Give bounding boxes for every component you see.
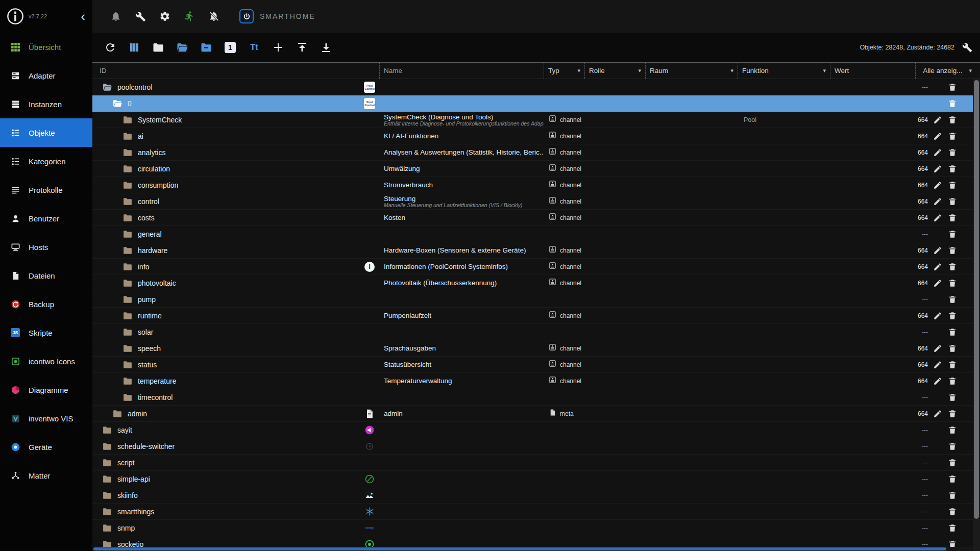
expand-visible-button[interactable]: [200, 41, 213, 54]
edit-object-button[interactable]: [933, 343, 943, 354]
folder-icon[interactable]: [122, 245, 134, 256]
delete-object-button[interactable]: [947, 392, 958, 403]
delete-object-button[interactable]: [947, 409, 958, 419]
object-row-ai[interactable]: ai KI / AI-Funktionen channel 664: [92, 128, 973, 144]
object-row-general[interactable]: general ---: [92, 226, 973, 242]
folder-icon[interactable]: [122, 376, 134, 386]
folder-icon[interactable]: [122, 278, 134, 288]
edit-object-button[interactable]: [933, 196, 943, 207]
notifications-off-icon[interactable]: [208, 10, 220, 22]
sidebar-item-diagramme[interactable]: Diagramme: [0, 375, 92, 404]
folder-icon[interactable]: [122, 311, 134, 321]
folder-icon[interactable]: [102, 507, 113, 517]
object-row-costs[interactable]: costs Kosten channel 664: [92, 210, 973, 226]
delete-object-button[interactable]: [947, 441, 958, 452]
object-row-systemcheck[interactable]: SystemCheck SystemCheck (Diagnose und To…: [92, 112, 973, 128]
system-status-runner-icon[interactable]: [183, 10, 195, 22]
sidebar-item-objekte[interactable]: Objekte: [0, 118, 92, 147]
expand-depth-1-button[interactable]: 1: [224, 41, 237, 54]
object-row-pump[interactable]: pump ---: [92, 291, 973, 308]
object-row-admin[interactable]: admin admin meta 664: [92, 406, 973, 422]
edit-object-button[interactable]: [933, 213, 943, 223]
edit-object-button[interactable]: [933, 115, 943, 125]
import-objects-button[interactable]: [320, 41, 333, 54]
show-all-filter-dropdown[interactable]: Alle anzeig...▾: [915, 63, 972, 79]
object-row-hardware[interactable]: hardware Hardware-Boxen (Sensoren & exte…: [92, 242, 973, 259]
folder-icon[interactable]: [122, 229, 134, 239]
delete-object-button[interactable]: [947, 147, 958, 158]
sidebar-item-protokolle[interactable]: Protokolle: [0, 176, 92, 204]
delete-object-button[interactable]: [947, 474, 958, 484]
object-row-control[interactable]: control Steuerung Manuelle Steuerung und…: [92, 193, 973, 210]
delete-object-button[interactable]: [947, 98, 958, 109]
edit-object-button[interactable]: [933, 164, 943, 174]
folder-icon[interactable]: [122, 327, 134, 337]
edit-object-button[interactable]: [933, 131, 943, 141]
column-header-raum-filter[interactable]: Raum▾: [645, 63, 738, 79]
object-row-temperature[interactable]: temperature Temperaturverwaltung channel…: [92, 373, 973, 389]
delete-object-button[interactable]: [947, 131, 958, 141]
delete-object-button[interactable]: [947, 82, 958, 92]
sidebar-item-skripte[interactable]: JS Skripte: [0, 318, 92, 347]
sidebar-item-benutzer[interactable]: Benutzer: [0, 204, 92, 233]
column-header-id[interactable]: ID: [92, 63, 379, 79]
object-row-simple-api[interactable]: simple-api ---: [92, 471, 973, 487]
delete-object-button[interactable]: [947, 311, 958, 321]
folder-icon[interactable]: [102, 458, 113, 468]
delete-object-button[interactable]: [947, 523, 958, 533]
add-object-button[interactable]: [272, 41, 285, 54]
refresh-button[interactable]: [104, 41, 117, 54]
export-objects-button[interactable]: [296, 41, 309, 54]
folder-icon[interactable]: [102, 490, 113, 500]
object-row-speech[interactable]: speech Sprachausgaben channel 664: [92, 340, 973, 357]
sidebar-item-geräte[interactable]: Geräte: [0, 433, 92, 461]
object-row-analytics[interactable]: analytics Analysen & Auswertungen (Stati…: [92, 144, 973, 161]
folder-icon[interactable]: [102, 441, 113, 452]
folder-icon[interactable]: [122, 294, 134, 305]
sidebar-item-adapter[interactable]: Adapter: [0, 61, 92, 90]
folder-icon[interactable]: [122, 343, 134, 354]
object-row-info[interactable]: info i Informationen (PoolControl System…: [92, 259, 973, 275]
object-row-skiinfo[interactable]: skiinfo ---: [92, 487, 973, 504]
object-row-solar[interactable]: solar ---: [92, 324, 973, 340]
delete-object-button[interactable]: [947, 294, 958, 305]
delete-object-button[interactable]: [947, 196, 958, 207]
folder-icon[interactable]: [122, 180, 134, 190]
sidebar-item-kategorien[interactable]: Kategorien: [0, 147, 92, 176]
delete-object-button[interactable]: [947, 360, 958, 370]
font-size-button[interactable]: Tt: [248, 41, 261, 54]
sidebar-item-inventwo-vis[interactable]: inventwo VIS: [0, 404, 92, 433]
delete-object-button[interactable]: [947, 229, 958, 239]
object-row-script[interactable]: script ---: [92, 455, 973, 471]
edit-object-button[interactable]: [933, 180, 943, 190]
folder-icon[interactable]: [122, 262, 134, 272]
delete-object-button[interactable]: [947, 213, 958, 223]
edit-object-button[interactable]: [933, 311, 943, 321]
object-row-poolcontrol[interactable]: poolcontrol PoolControl ---: [92, 79, 973, 95]
column-header-funktion-filter[interactable]: Funktion▾: [738, 63, 830, 79]
sidebar-item-übersicht[interactable]: Übersicht: [0, 33, 92, 61]
delete-object-button[interactable]: [947, 180, 958, 190]
folder-icon[interactable]: [102, 82, 113, 92]
folder-icon[interactable]: [102, 523, 113, 533]
folder-icon[interactable]: [122, 131, 134, 141]
columns-settings-button[interactable]: [962, 42, 973, 53]
folder-icon[interactable]: [122, 213, 134, 223]
collapse-all-button[interactable]: [152, 41, 165, 54]
view-columns-button[interactable]: [128, 41, 141, 54]
settings-gear-icon[interactable]: [159, 10, 171, 22]
object-row-schedule-switcher[interactable]: schedule-switcher ---: [92, 438, 973, 455]
sidebar-item-backup[interactable]: Backup: [0, 290, 92, 318]
folder-icon[interactable]: [122, 360, 134, 370]
edit-object-button[interactable]: [933, 262, 943, 272]
sidebar-item-matter[interactable]: Matter: [0, 461, 92, 490]
folder-icon[interactable]: [122, 115, 134, 125]
folder-icon[interactable]: [102, 425, 113, 435]
sidebar-item-icontwo-icons[interactable]: icontwo Icons: [0, 347, 92, 375]
folder-icon[interactable]: [122, 164, 134, 174]
object-row-status[interactable]: status Statusübersicht channel 664: [92, 357, 973, 373]
folder-icon[interactable]: [102, 474, 113, 484]
object-row-runtime[interactable]: runtime Pumpenlaufzeit channel 664: [92, 308, 973, 324]
edit-object-button[interactable]: [933, 245, 943, 256]
folder-icon[interactable]: [112, 98, 124, 109]
